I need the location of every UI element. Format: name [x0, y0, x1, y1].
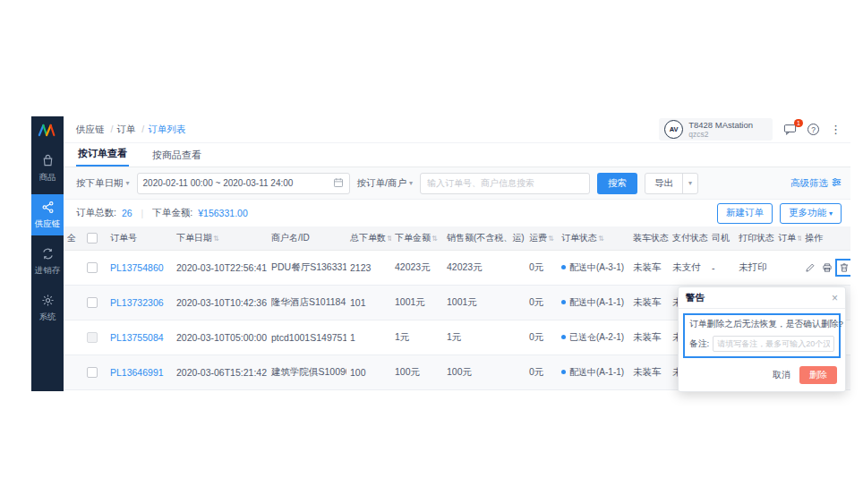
order-amount-label: 下单金额: — [152, 207, 192, 219]
search-field-select[interactable]: 按订单/商户 ▾ — [357, 177, 413, 190]
sort-icon: ⇅ — [797, 235, 801, 243]
sidebar-item-goods[interactable]: 商品 — [31, 148, 64, 189]
more-icon[interactable]: ⋮ — [830, 124, 842, 135]
sort-icon: ⇅ — [548, 235, 554, 243]
select-all-label: 全 — [64, 226, 83, 250]
col-pay-status[interactable]: 支付状态⇅ — [669, 226, 708, 250]
breadcrumb-item[interactable]: 供应链 — [76, 124, 113, 136]
tab-product-view[interactable]: 按商品查看 — [150, 144, 203, 167]
breadcrumb-item-current: 订单列表 — [148, 124, 185, 136]
select-all-checkbox[interactable] — [87, 233, 98, 243]
calendar-icon — [333, 177, 344, 190]
delete-icon[interactable] — [839, 262, 850, 273]
cancel-button[interactable]: 取消 — [773, 369, 790, 381]
more-functions-button[interactable]: 更多功能▾ — [780, 203, 842, 224]
cell-checkbox — [83, 320, 107, 355]
col-qty[interactable]: 总下单数⇅ — [346, 226, 391, 250]
row-checkbox[interactable] — [87, 262, 98, 273]
col-driver[interactable]: 司机 — [708, 226, 735, 250]
new-order-button[interactable]: 新建订单 — [717, 203, 773, 224]
avatar: AV — [664, 120, 683, 139]
cycle-icon — [41, 247, 55, 265]
top-header: 供应链 订单 订单列表 AV T8428 MAstation qzcs2 1 — [64, 116, 850, 143]
cell-amount: 1001元 — [391, 285, 443, 320]
cell-qty: 2123 — [346, 250, 391, 285]
cell-date: 2020-03-06T15:21:42 — [173, 355, 268, 389]
export-button[interactable]: 导出 ▾ — [645, 173, 698, 194]
cell-load: 未装车 — [629, 285, 669, 320]
filter-bar: 按下单日期 ▾ 2020-02-11 00:00 ~ 2020-03-11 24… — [64, 167, 850, 200]
message-icon[interactable]: 1 — [783, 124, 797, 135]
cell-load: 未装车 — [629, 250, 669, 285]
print-icon[interactable] — [822, 262, 833, 273]
col-amount[interactable]: 下单金额⇅ — [391, 226, 443, 250]
confirm-delete-button[interactable]: 删除 — [799, 366, 837, 384]
sidebar-item-label: 系统 — [39, 312, 56, 323]
cell-status: 配送中(A-3-1) — [558, 250, 629, 285]
col-load-status[interactable]: 装车状态⇅ — [629, 226, 669, 250]
row-checkbox[interactable] — [87, 297, 98, 308]
cell-amount: 1元 — [391, 320, 443, 355]
app-logo-icon — [38, 124, 57, 139]
cell-driver: - — [708, 250, 735, 285]
cell-merchant: 建筑学院俱S100901 — [268, 355, 346, 389]
col-print-status[interactable]: 打印状态⇅ — [735, 226, 774, 250]
cell-sel — [64, 285, 83, 320]
cell-status: 已送仓(A-2-1) — [558, 320, 629, 355]
col-order-date[interactable]: 下单日期⇅ — [173, 226, 268, 250]
sidebar-item-inventory[interactable]: 进销存 — [31, 241, 64, 282]
sidebar-item-supply-chain[interactable]: 供应链 — [31, 194, 64, 235]
cell-pay: 未支付 — [669, 250, 708, 285]
cell-freight: 0元 — [525, 250, 558, 285]
sidebar-item-label: 供应链 — [35, 218, 61, 230]
col-order-status[interactable]: 订单状态⇅ — [558, 226, 629, 250]
cell-status: 配送中(A-1-1) — [558, 285, 629, 320]
cell-sel — [64, 355, 83, 389]
col-freight[interactable]: 运费⇅ — [525, 226, 558, 250]
advanced-filter-link[interactable]: 高级筛选 — [790, 177, 842, 190]
help-icon[interactable]: ? — [807, 124, 819, 135]
col-order-no[interactable]: 订单号 — [107, 226, 173, 250]
dialog-message: 订单删除之后无法恢复，是否确认删除? — [689, 319, 834, 330]
order-link[interactable]: PL13755084 — [110, 332, 164, 343]
cell-checkbox — [83, 285, 107, 320]
order-link[interactable]: PL13646991 — [110, 367, 164, 378]
cell-sales: 42023元 — [443, 250, 525, 285]
col-merchant[interactable]: 商户名/ID — [268, 226, 346, 250]
summary-bar: 订单总数: 26 | 下单金额: ¥156331.00 新建订单 更多功能▾ — [64, 200, 850, 226]
cell-order-no: PL13755084 — [107, 320, 173, 355]
table-row: PL13754860 2020-03-10T22:56:41 PDU餐厅S136… — [64, 250, 850, 285]
search-input[interactable] — [420, 173, 590, 194]
date-field-select[interactable]: 按下单日期 ▾ — [76, 177, 130, 190]
cell-date: 2020-03-10T10:42:36 — [173, 285, 268, 320]
search-button[interactable]: 搜索 — [597, 173, 637, 194]
chevron-down-icon[interactable]: ▾ — [682, 174, 697, 193]
cell-order-extra — [774, 250, 801, 285]
row-checkbox[interactable] — [87, 367, 98, 378]
app-window: 商品 供应链 进销存 系统 供应链 订单 订单列表 — [31, 116, 850, 391]
breadcrumb-item[interactable]: 订单 — [116, 124, 144, 136]
note-label: 备注: — [689, 338, 709, 350]
sort-icon: ⇅ — [432, 235, 438, 243]
sidebar-item-label: 进销存 — [35, 265, 61, 277]
sidebar-item-system[interactable]: 系统 — [31, 287, 64, 329]
view-tabs: 按订单查看 按商品查看 — [64, 143, 850, 167]
user-sub: qzcs2 — [688, 130, 753, 139]
col-order-extra[interactable]: 订单⇅ — [774, 226, 801, 250]
cell-freight: 0元 — [525, 320, 558, 355]
order-link[interactable]: PL13754860 — [110, 262, 164, 273]
sidebar-item-label: 商品 — [39, 172, 56, 184]
date-range-input[interactable]: 2020-02-11 00:00 ~ 2020-03-11 24:00 — [137, 173, 350, 194]
order-total-label: 订单总数: — [76, 207, 116, 219]
sort-icon: ⇅ — [213, 235, 219, 243]
chevron-down-icon: ▾ — [829, 209, 833, 218]
user-menu[interactable]: AV T8428 MAstation qzcs2 — [659, 118, 773, 141]
supply-chain-icon — [41, 201, 55, 218]
col-sales[interactable]: 销售额(不含税、运)⇅ — [443, 226, 525, 250]
order-link[interactable]: PL13732306 — [110, 297, 164, 308]
note-input[interactable] — [713, 336, 834, 352]
tab-order-view[interactable]: 按订单查看 — [76, 142, 129, 167]
edit-icon[interactable] — [805, 262, 816, 273]
close-icon[interactable]: × — [832, 293, 838, 303]
cell-merchant: 隆华酒店S101184 — [268, 285, 346, 320]
